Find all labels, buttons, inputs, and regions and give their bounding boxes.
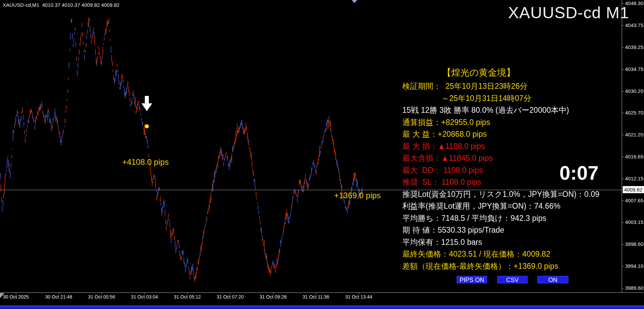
stats-line: 推奨Lot(資金10万円，リスク1.0%，JPY換算=ON)：0.09 (402, 189, 599, 199)
price-tick-mark (622, 25, 624, 26)
down-arrow-icon (141, 96, 153, 111)
price-tick-mark (622, 201, 624, 201)
price-axis-label: 4034.75 (625, 66, 643, 72)
price-axis-label: 4030.20 (625, 88, 643, 94)
time-axis-label: 31 Oct 07:20 (213, 294, 247, 300)
stats-line: 期 待 値：5530.33 pips/Trade (402, 225, 504, 235)
bar-countdown-timer: 0:07 (553, 161, 605, 184)
price-tick-mark (622, 179, 624, 179)
stats-line: ～25年10月31日14時07分 (441, 94, 531, 103)
chevron-down-icon (352, 0, 357, 3)
symbol-ohlc-info: XAUUSD-cd,M1 4010.37 4010.37 4009.82 400… (3, 2, 119, 8)
price-axis-label: 3994.10 (625, 263, 643, 269)
scroll-origin-icon (0, 293, 4, 298)
price-tick-mark (622, 3, 624, 4)
price-tick-mark (622, 91, 624, 92)
closed-trade-pips-label: +4108.0 pips (122, 157, 169, 167)
price-tick-mark (622, 288, 624, 288)
price-axis-label: 4043.75 (625, 22, 643, 28)
price-tick-mark (622, 222, 624, 223)
stats-line: 最 大 損：▲1108.0 pips (402, 141, 485, 151)
price-axis-label: 4039.25 (625, 44, 643, 50)
price-chart-canvas[interactable] (0, 0, 622, 293)
price-axis-label: 4007.65 (625, 198, 643, 203)
price-axis-label: 4016.65 (625, 154, 643, 159)
time-axis-label: 31 Oct 13:44 (342, 294, 376, 300)
stats-line: 平均勝ち：7148.5 / 平均負け：942.3 pips (402, 213, 546, 223)
price-axis-label: 3989.60 (625, 285, 643, 291)
stats-line: 15戦 12勝 3敗 勝率 80.0% (過去バー20000本中) (402, 105, 569, 115)
price-tick-mark (622, 244, 624, 244)
button-pips-on[interactable]: PIPS ON (457, 276, 487, 283)
time-tick-mark (230, 292, 231, 294)
time-axis-label: 31 Oct 11:36 (299, 294, 333, 300)
stats-line: 推奨 SL： 1108.0 pips (402, 177, 481, 187)
time-axis-label: 30 Oct 2025 (0, 294, 33, 300)
time-tick-mark (144, 292, 145, 294)
time-tick-mark (16, 292, 16, 294)
stats-line: 最終矢価格：4023.51 / 現在価格：4009.82 (402, 249, 550, 259)
time-tick-mark (59, 292, 59, 294)
time-tick-mark (102, 292, 102, 294)
price-tick-mark (622, 113, 624, 113)
time-axis-label: 31 Oct 09:28 (256, 294, 290, 300)
stats-line: 最大含損：▲11845.0 pips (402, 153, 493, 163)
time-tick-mark (187, 292, 188, 294)
price-axis-label: 4003.15 (625, 219, 643, 225)
chart-watermark-title: XAUUSD-cd M1 (508, 3, 629, 22)
stats-line: 平均保有：1215.0 bars (402, 237, 482, 247)
taskbar-strip (0, 305, 644, 309)
stats-line: 差額（現在価格-最終矢価格）：+1369.0 pips (402, 261, 558, 271)
price-tick-mark (622, 266, 624, 266)
open-trade-pips-label: +1369.0 pips (334, 191, 381, 200)
stats-line: 最 大 益：+20868.0 pips (402, 129, 487, 139)
time-axis-label: 31 Oct 00:56 (85, 294, 118, 300)
price-axis-label: 3998.60 (625, 241, 643, 247)
price-tick-mark (622, 135, 624, 135)
time-axis-label: 30 Oct 21:48 (42, 294, 76, 300)
stats-panel-title: 【煌光の黄金境】 (442, 67, 515, 79)
current-price-line (0, 190, 622, 190)
time-tick-mark (273, 292, 273, 294)
time-tick-mark (316, 292, 316, 294)
price-tick-mark (622, 157, 624, 157)
time-tick-mark (359, 292, 359, 294)
price-tick-mark (622, 69, 624, 70)
stats-line: 利益率(推奨Lot運用，JPY換算=ON)：74.66% (402, 201, 560, 211)
time-axis-line (0, 292, 644, 293)
button-csv[interactable]: CSV (497, 276, 528, 283)
stats-line: 検証期間： 25年10月13日23時26分 (402, 81, 528, 91)
price-axis-label: 4021.20 (625, 132, 643, 137)
price-axis-label: 4048.30 (625, 0, 643, 6)
stats-line: 通算損益：+82955.0 pips (402, 118, 490, 127)
price-axis-line (622, 0, 622, 292)
price-axis-label: 4025.70 (625, 110, 643, 115)
current-price-badge: 4009.82 (623, 186, 644, 193)
entry-dot-marker (145, 124, 149, 128)
stats-line: 最大 DD： 1108.0 pips (402, 165, 483, 175)
price-axis-label: 4012.15 (625, 176, 643, 181)
mt4-chart-window: XAUUSD-cd,M1 4010.37 4010.37 4009.82 400… (0, 0, 644, 309)
time-axis-label: 31 Oct 03:04 (128, 294, 161, 300)
time-axis-label: 31 Oct 05:12 (170, 294, 204, 300)
price-tick-mark (622, 47, 624, 48)
button-on[interactable]: ON (537, 276, 568, 283)
